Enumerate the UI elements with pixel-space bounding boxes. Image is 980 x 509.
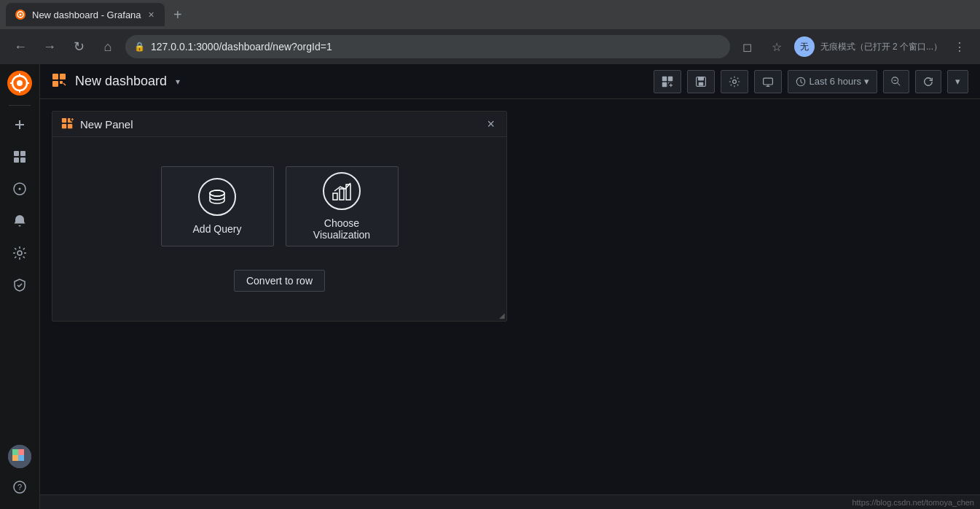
svg-rect-28 xyxy=(60,81,63,84)
dashboard-icon xyxy=(52,73,66,90)
svg-rect-35 xyxy=(698,77,704,80)
tab-title: New dashboard - Grafana xyxy=(32,9,141,20)
svg-rect-30 xyxy=(668,76,673,80)
address-url: 127.0.0.1:3000/dashboard/new?orgId=1 xyxy=(151,41,721,53)
shield-icon xyxy=(12,278,27,292)
home-button[interactable]: ⌂ xyxy=(96,35,119,58)
svg-rect-31 xyxy=(662,82,667,86)
grafana-app: ? New dashboard ▾ xyxy=(0,64,980,509)
lock-icon: 🔒 xyxy=(134,42,145,52)
tab-close-button[interactable]: × xyxy=(147,7,156,22)
panel-header: New Panel × xyxy=(52,112,506,137)
sidebar-divider-top xyxy=(9,105,31,106)
panel-resize-handle[interactable]: ◢ xyxy=(499,311,505,319)
grafana-logo-icon xyxy=(7,70,33,96)
cog-icon xyxy=(12,246,27,260)
visualization-icon xyxy=(331,180,353,202)
extension-button[interactable]: ◻ xyxy=(736,35,759,58)
sidebar-item-dashboards[interactable] xyxy=(5,142,34,171)
panel-header-icon xyxy=(61,117,74,131)
save-icon xyxy=(695,76,707,88)
sidebar-item-configuration[interactable] xyxy=(5,238,34,268)
panel-area: New Panel × xyxy=(40,99,980,494)
address-bar[interactable]: 🔒 127.0.0.1:3000/dashboard/new?orgId=1 xyxy=(125,35,730,58)
svg-rect-27 xyxy=(52,81,58,87)
profile-avatar[interactable]: 无 xyxy=(794,36,815,57)
svg-rect-25 xyxy=(52,74,58,79)
refresh-dropdown-button[interactable]: ▾ xyxy=(947,70,968,93)
grafana-logo[interactable] xyxy=(7,70,33,96)
clock-icon xyxy=(796,77,806,87)
plus-icon xyxy=(12,117,27,132)
choose-viz-icon xyxy=(323,172,361,210)
panel-header-chart-icon xyxy=(61,117,74,131)
add-panel-button[interactable] xyxy=(654,70,681,93)
svg-rect-41 xyxy=(62,118,66,123)
time-range-chevron: ▾ xyxy=(864,76,869,87)
reload-button[interactable]: ↻ xyxy=(67,35,90,58)
sidebar-item-server-admin[interactable] xyxy=(5,271,34,300)
avatar-image xyxy=(8,445,31,468)
menu-button[interactable]: ⋮ xyxy=(948,35,971,58)
sidebar-item-help[interactable]: ? xyxy=(5,473,34,502)
svg-point-37 xyxy=(733,79,737,83)
add-query-option[interactable]: Add Query xyxy=(161,166,274,246)
forward-button[interactable]: → xyxy=(38,35,61,58)
new-tab-button[interactable]: + xyxy=(168,4,188,25)
panel-close-button[interactable]: × xyxy=(484,117,498,131)
svg-point-16 xyxy=(19,188,21,190)
svg-rect-10 xyxy=(14,151,19,156)
top-bar: New dashboard ▾ xyxy=(40,64,980,99)
tv-mode-button[interactable] xyxy=(754,70,782,93)
add-panel-icon xyxy=(662,76,673,88)
sidebar: ? xyxy=(0,64,40,509)
sidebar-item-alerting[interactable] xyxy=(5,206,34,236)
dashboard-settings-button[interactable] xyxy=(721,70,748,93)
refresh-icon xyxy=(923,77,933,87)
refresh-button[interactable] xyxy=(915,70,941,93)
incognito-label: 无痕模式（已打开 2 个窗口...） xyxy=(820,41,942,53)
back-button[interactable]: ← xyxy=(9,35,32,58)
browser-chrome: New dashboard - Grafana × + ← → ↻ ⌂ 🔒 12… xyxy=(0,0,980,64)
zoom-out-icon xyxy=(891,77,901,87)
main-content: New dashboard ▾ xyxy=(40,64,980,509)
panel-options: Add Query xyxy=(161,166,399,246)
zoom-out-button[interactable] xyxy=(883,70,909,93)
svg-point-2 xyxy=(20,14,22,16)
add-query-label: Add Query xyxy=(193,223,242,235)
status-bar: https://blog.csdn.net/tomoya_chen xyxy=(40,494,980,509)
nav-actions: ◻ ☆ 无 无痕模式（已打开 2 个窗口...） ⋮ xyxy=(736,35,971,58)
panel-body: Add Query xyxy=(52,137,506,321)
sidebar-item-add[interactable] xyxy=(5,110,34,139)
svg-rect-11 xyxy=(20,151,26,156)
time-range-picker[interactable]: Last 6 hours ▾ xyxy=(788,70,877,93)
user-avatar[interactable] xyxy=(8,445,31,468)
dashboard-title: New dashboard xyxy=(75,74,167,89)
tv-icon xyxy=(762,76,774,88)
svg-rect-29 xyxy=(662,76,667,80)
time-range-label: Last 6 hours xyxy=(809,76,861,87)
choose-viz-label: ChooseVisualization xyxy=(313,217,370,241)
svg-rect-44 xyxy=(68,124,72,128)
dashboard-grid-icon xyxy=(52,73,66,88)
svg-rect-36 xyxy=(699,82,703,85)
new-panel-container: New Panel × xyxy=(52,111,507,322)
add-query-icon xyxy=(198,178,236,216)
convert-to-row-button[interactable]: Convert to row xyxy=(234,270,325,292)
settings-icon xyxy=(729,76,740,88)
svg-rect-38 xyxy=(764,78,773,85)
grid-icon xyxy=(12,149,27,164)
sidebar-item-explore[interactable] xyxy=(5,174,34,203)
svg-point-5 xyxy=(17,80,23,86)
tab-bar: New dashboard - Grafana × + xyxy=(0,0,980,29)
save-dashboard-button[interactable] xyxy=(687,70,715,93)
choose-visualization-option[interactable]: ChooseVisualization xyxy=(286,166,399,246)
svg-text:?: ? xyxy=(17,483,22,491)
compass-icon xyxy=(12,182,27,196)
query-database-icon xyxy=(206,186,228,208)
question-icon: ? xyxy=(12,480,27,494)
dashboard-chevron[interactable]: ▾ xyxy=(176,77,180,87)
svg-rect-21 xyxy=(12,455,18,461)
svg-rect-49 xyxy=(340,189,344,200)
bookmark-button[interactable]: ☆ xyxy=(765,35,788,58)
